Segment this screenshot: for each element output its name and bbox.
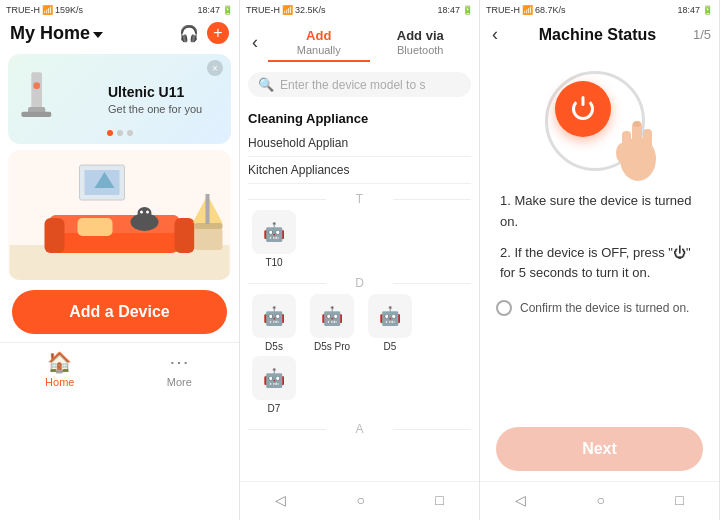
device-t10[interactable]: 🤖 T10 [248, 210, 300, 268]
device-d5s-pro[interactable]: 🤖 D5s Pro [306, 294, 358, 352]
svg-rect-18 [206, 194, 210, 224]
category-kitchen[interactable]: Kitchen Appliances [248, 157, 471, 184]
signal-1: 📶 [42, 5, 53, 15]
home-icon: 🏠 [47, 350, 72, 374]
search-placeholder: Enter the device model to s [280, 78, 425, 92]
device-grid-d: 🤖 D5s 🤖 D5s Pro 🤖 D5 [248, 294, 471, 352]
tab-add-manually[interactable]: Add Manually [268, 22, 370, 62]
gesture-bar-2: ◁ ○ □ [240, 481, 479, 520]
home-header: My Home 🎧 + [0, 18, 239, 50]
more-icon: ⋯ [169, 350, 189, 374]
promo-banner: × Ultenic U11 Get the one for you [8, 54, 231, 144]
chevron-down-icon [93, 32, 103, 38]
panel-home: TRUE-H 📶 159K/s 18:47 🔋 My Home 🎧 + × [0, 0, 240, 520]
device-d5[interactable]: 🤖 D5 [364, 294, 416, 352]
hand-pointer-icon [610, 111, 665, 181]
power-button-icon [555, 81, 611, 137]
machine-status-title: Machine Status [502, 26, 693, 44]
back-button-3[interactable]: ‹ [488, 22, 502, 47]
section-d: D [248, 276, 471, 290]
signal-3: 📶 [522, 5, 533, 15]
home-gesture[interactable]: ○ [345, 488, 377, 512]
nav-home-label: Home [45, 376, 74, 388]
device-d5s-thumb: 🤖 [252, 294, 296, 338]
banner-subtitle: Get the one for you [108, 103, 202, 115]
svg-point-27 [633, 121, 641, 127]
svg-rect-7 [50, 215, 180, 233]
device-d7-thumb: 🤖 [252, 356, 296, 400]
banner-dots [107, 130, 133, 136]
back-gesture[interactable]: ◁ [263, 488, 298, 512]
gesture-bar-3: ◁ ○ □ [480, 481, 719, 520]
dot-2 [117, 130, 123, 136]
svg-point-3 [33, 82, 40, 89]
device-d5-thumb: 🤖 [368, 294, 412, 338]
nav-home[interactable]: 🏠 Home [0, 343, 120, 394]
bottom-nav: 🏠 Home ⋯ More [0, 342, 239, 394]
headphone-icon[interactable]: 🎧 [179, 24, 199, 43]
add-tabs: Add Manually Add via Bluetooth [268, 22, 471, 62]
recent-gesture-3[interactable]: □ [663, 488, 695, 512]
banner-close-btn[interactable]: × [207, 60, 223, 76]
banner-title: Ultenic U11 [108, 84, 202, 100]
section-t: T [248, 192, 471, 206]
instruction-2: 2. If the device is OFF, press "⏻" for 5… [496, 243, 703, 285]
svg-rect-15 [195, 228, 223, 250]
speed-2: 32.5K/s [295, 5, 326, 15]
back-gesture-3[interactable]: ◁ [503, 488, 538, 512]
power-symbol-icon [572, 98, 594, 120]
tab-add-label: Add [272, 28, 366, 43]
page-indicator: 1/5 [693, 27, 711, 42]
device-d5s-pro-thumb: 🤖 [310, 294, 354, 338]
home-gesture-3[interactable]: ○ [585, 488, 617, 512]
category-cleaning[interactable]: Cleaning Appliance [248, 111, 471, 126]
power-illustration [535, 61, 665, 181]
add-button[interactable]: + [207, 22, 229, 44]
confirm-row[interactable]: Confirm the device is turned on. [496, 300, 703, 316]
confirm-label: Confirm the device is turned on. [520, 301, 689, 315]
add-device-button[interactable]: Add a Device [12, 290, 227, 334]
status-bar-3: TRUE-H 📶 68.7K/s 18:47 🔋 [480, 0, 719, 18]
category-household[interactable]: Household Applian [248, 130, 471, 157]
status-left-2: TRUE-H 📶 32.5K/s [246, 5, 326, 15]
section-a: A [248, 422, 471, 436]
status-left: TRUE-H 📶 159K/s [6, 5, 83, 15]
status-bar-2: TRUE-H 📶 32.5K/s 18:47 🔋 [240, 0, 479, 18]
battery-3: 🔋 [702, 5, 713, 15]
svg-rect-10 [78, 218, 113, 236]
home-title-row[interactable]: My Home [10, 23, 103, 44]
device-t10-label: T10 [265, 257, 282, 268]
vacuum-image [18, 69, 58, 129]
recent-gesture[interactable]: □ [423, 488, 455, 512]
machine-status-content: 1. Make sure the device is turned on. 2.… [480, 51, 719, 481]
device-category-list: Cleaning Appliance Household Applian Kit… [240, 103, 479, 481]
device-d7[interactable]: 🤖 D7 [248, 356, 300, 414]
carrier-1: TRUE-H [6, 5, 40, 15]
svg-point-14 [146, 211, 149, 214]
device-d5s-label: D5s [265, 341, 283, 352]
carrier-3: TRUE-H [486, 5, 520, 15]
back-button-2[interactable]: ‹ [248, 30, 262, 55]
next-button[interactable]: Next [496, 427, 703, 471]
device-d5s[interactable]: 🤖 D5s [248, 294, 300, 352]
device-d5-label: D5 [384, 341, 397, 352]
battery-2: 🔋 [462, 5, 473, 15]
time-1: 18:47 [197, 5, 220, 15]
device-search-bar[interactable]: 🔍 Enter the device model to s [248, 72, 471, 97]
device-d5s-pro-label: D5s Pro [314, 341, 350, 352]
device-d7-label: D7 [268, 403, 281, 414]
tab-add-bluetooth[interactable]: Add via Bluetooth [370, 22, 472, 62]
device-grid-t: 🤖 T10 [248, 210, 471, 268]
dot-3 [127, 130, 133, 136]
svg-point-13 [140, 211, 143, 214]
nav-more[interactable]: ⋯ More [120, 343, 240, 394]
svg-rect-8 [45, 218, 65, 253]
confirm-radio[interactable] [496, 300, 512, 316]
status-left-3: TRUE-H 📶 68.7K/s [486, 5, 566, 15]
time-2: 18:47 [437, 5, 460, 15]
nav-more-label: More [167, 376, 192, 388]
svg-point-26 [616, 143, 628, 163]
add-device-header: ‹ Add Manually Add via Bluetooth [240, 18, 479, 66]
status-right-1: 18:47 🔋 [197, 5, 233, 15]
svg-point-12 [138, 207, 152, 219]
